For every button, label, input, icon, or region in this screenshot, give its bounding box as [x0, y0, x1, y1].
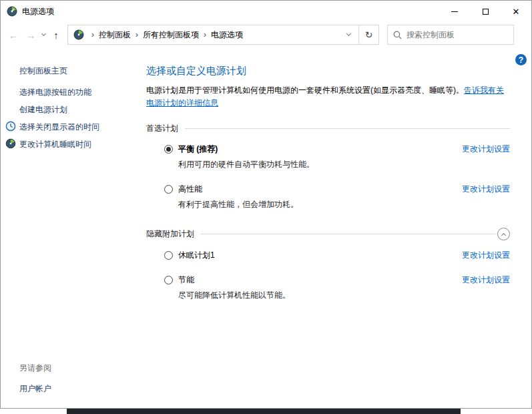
close-icon: ✕	[513, 7, 520, 16]
section-header-additional-plans: 隐藏附加计划	[146, 228, 510, 240]
background-window-strip	[67, 409, 461, 414]
up-button[interactable]: ↑	[47, 25, 65, 45]
plan-row-balanced: 平衡 (推荐) 更改计划设置	[146, 144, 510, 155]
breadcrumb-separator-icon: ›	[131, 30, 143, 39]
breadcrumb-power-icon	[73, 29, 84, 40]
see-also-header: 另请参阅	[1, 359, 145, 380]
breadcrumb-item-all-items[interactable]: 所有控制面板项	[143, 29, 199, 41]
plan-row-high-performance: 高性能 更改计划设置	[146, 184, 510, 195]
sidebar: 控制面板主页 选择电源按钮的功能 创建电源计划 选择关闭显示器的时间	[1, 47, 145, 408]
back-button[interactable]: ←	[5, 25, 22, 45]
plan-row-power-saver: 节能 更改计划设置	[146, 274, 510, 286]
clock-display-icon	[5, 121, 16, 132]
window-controls: ✕	[439, 1, 531, 22]
section-divider	[201, 234, 496, 234]
intro-text: 电源计划是用于管理计算机如何使用电源的一套硬件和系统设置(如显示器亮度、睡眠等)…	[146, 84, 510, 110]
window-title: 电源选项	[22, 6, 439, 17]
main-pane: 选择或自定义电源计划 电源计划是用于管理计算机如何使用电源的一套硬件和系统设置(…	[146, 47, 531, 408]
sidebar-item-control-panel-home[interactable]: 控制面板主页	[1, 62, 145, 79]
plan-radio-hibernate[interactable]: 休眠计划1	[164, 250, 215, 261]
plan-name: 平衡 (推荐)	[178, 144, 218, 155]
chevron-up-icon	[501, 233, 506, 238]
sidebar-item-label: 选择关闭显示器的时间	[19, 122, 99, 132]
sidebar-item-label: 更改计算机睡眠时间	[19, 140, 91, 149]
forward-button[interactable]: →	[22, 25, 39, 45]
plan-radio-balanced[interactable]: 平衡 (推荐)	[164, 144, 218, 155]
refresh-button[interactable]: ↻	[359, 25, 379, 45]
sidebar-item-power-button-function[interactable]: 选择电源按钮的功能	[1, 83, 145, 101]
section-header-preferred-plans: 首选计划	[146, 123, 510, 134]
radio-button[interactable]	[164, 276, 173, 284]
radio-button[interactable]	[164, 251, 173, 260]
plan-name: 休眠计划1	[178, 250, 215, 261]
maximize-button[interactable]	[470, 1, 501, 22]
minimize-button[interactable]	[439, 1, 470, 22]
search-input[interactable]	[407, 30, 508, 39]
sidebar-item-display-off-time[interactable]: 选择关闭显示器的时间	[1, 118, 145, 136]
radio-button-selected[interactable]	[164, 145, 173, 154]
plan-radio-power-saver[interactable]: 节能	[164, 274, 194, 286]
breadcrumb-dropdown[interactable]	[342, 34, 354, 35]
intro-body: 电源计划是用于管理计算机如何使用电源的一套硬件和系统设置(如显示器亮度、睡眠等)…	[146, 85, 464, 95]
change-plan-settings-link[interactable]: 更改计划设置	[462, 274, 510, 286]
breadcrumb-item-control-panel[interactable]: 控制面板	[99, 29, 131, 41]
change-plan-settings-link[interactable]: 更改计划设置	[462, 184, 510, 195]
close-button[interactable]: ✕	[501, 1, 531, 22]
sidebar-item-create-power-plan[interactable]: 创建电源计划	[1, 101, 145, 118]
titlebar: 电源选项 ✕	[1, 1, 531, 22]
radio-button[interactable]	[164, 185, 173, 194]
collapse-section-button[interactable]	[497, 228, 510, 240]
plan-description: 尽可能降低计算机性能以节能。	[146, 290, 510, 301]
breadcrumb-separator-icon: ›	[87, 30, 99, 39]
breadcrumb-separator-icon: ›	[199, 30, 211, 39]
breadcrumb[interactable]: › 控制面板 › 所有控制面板项 › 电源选项	[67, 25, 359, 45]
section-title: 首选计划	[146, 123, 178, 134]
maximize-icon	[483, 9, 489, 15]
change-plan-settings-link[interactable]: 更改计划设置	[462, 144, 510, 155]
see-also-section: 另请参阅 用户帐户	[1, 359, 145, 397]
section-divider	[185, 128, 510, 129]
page-title: 选择或自定义电源计划	[146, 65, 510, 77]
plan-name: 节能	[178, 274, 194, 286]
plan-name: 高性能	[178, 184, 202, 195]
change-plan-settings-link[interactable]: 更改计划设置	[462, 250, 510, 261]
navigation-bar: ← → ↑ › 控制面板 › 所有控制面板项 › 电源选项 ↻	[1, 22, 531, 47]
minimize-icon	[451, 11, 458, 12]
power-meter-icon	[5, 138, 16, 149]
sidebar-item-sleep-time[interactable]: 更改计算机睡眠时间	[1, 136, 145, 153]
plan-description: 利用可用的硬件自动平衡功耗与性能。	[146, 159, 510, 170]
power-options-window: 电源选项 ✕ ← → ↑ › 控制面板 › 所有控制面板项 › 电源选项	[0, 0, 532, 409]
sidebar-item-user-accounts[interactable]: 用户帐户	[1, 380, 145, 397]
power-options-icon	[7, 6, 17, 17]
plan-radio-high-performance[interactable]: 高性能	[164, 184, 202, 195]
plan-row-hibernate: 休眠计划1 更改计划设置	[146, 250, 510, 261]
search-icon	[393, 31, 402, 39]
content-area: ? 控制面板主页 选择电源按钮的功能 创建电源计划 选择关闭显示器的时间	[1, 47, 531, 408]
search-box[interactable]	[387, 25, 514, 45]
breadcrumb-item-power-options[interactable]: 电源选项	[211, 29, 243, 41]
recent-pages-dropdown[interactable]	[39, 25, 47, 45]
plan-description: 有利于提高性能，但会增加功耗。	[146, 199, 510, 210]
chevron-down-icon	[346, 31, 350, 36]
chevron-down-icon	[41, 31, 45, 36]
section-title: 隐藏附加计划	[146, 228, 194, 240]
